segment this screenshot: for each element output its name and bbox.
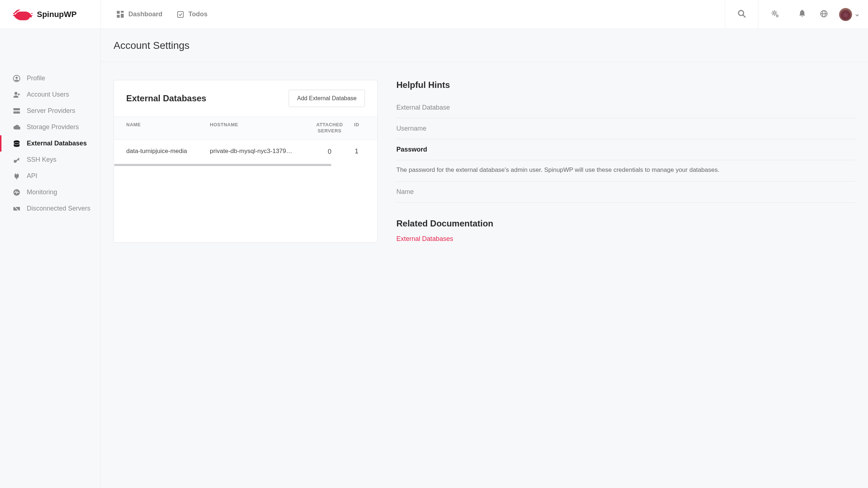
topbar: SpinupWP Dashboard Todos	[0, 0, 868, 29]
dashboard-icon	[117, 11, 124, 18]
hint-username[interactable]: Username	[396, 118, 855, 139]
nav-dashboard[interactable]: Dashboard	[117, 10, 162, 18]
sidebar-item-label: Profile	[27, 75, 45, 82]
sidebar-item-account-users[interactable]: Account Users	[0, 86, 100, 103]
card-header: External Databases Add External Database	[114, 80, 377, 116]
hints-title: Helpful Hints	[396, 80, 855, 90]
svg-point-13	[16, 77, 18, 79]
related-title: Related Documentation	[396, 218, 855, 229]
cell-hostname: private-db-mysql-nyc3-1379…	[210, 148, 311, 156]
gear-icon	[771, 9, 779, 20]
sidebar-item-profile[interactable]: Profile	[0, 70, 100, 86]
table-header: NAME HOSTNAME ATTACHED SERVERS ID	[114, 116, 377, 140]
bell-icon	[799, 10, 806, 19]
page-title: Account Settings	[114, 40, 855, 51]
user-circle-icon	[13, 75, 20, 82]
search-icon	[737, 9, 746, 20]
globe-icon	[820, 10, 828, 19]
sidebar-item-label: Server Providers	[27, 107, 75, 115]
nav-dashboard-label: Dashboard	[128, 10, 162, 18]
user-menu[interactable]	[835, 8, 868, 21]
external-databases-card: External Databases Add External Database…	[114, 80, 378, 243]
svg-point-14	[14, 92, 17, 95]
search-button[interactable]	[725, 0, 758, 29]
sidebar-item-disconnected-servers[interactable]: Disconnected Servers	[0, 200, 100, 217]
database-icon	[13, 140, 20, 147]
sidebar-item-label: External Databases	[27, 140, 87, 147]
sidebar-item-label: Account Users	[27, 91, 69, 98]
logo-icon	[13, 8, 33, 21]
add-external-database-button[interactable]: Add External Database	[289, 90, 365, 107]
svg-point-8	[776, 15, 778, 17]
settings-button[interactable]	[758, 0, 791, 29]
col-header-id: ID	[348, 122, 365, 134]
svg-rect-3	[121, 14, 124, 18]
sidebar-item-external-databases[interactable]: External Databases	[0, 135, 100, 152]
avatar	[839, 8, 852, 21]
globe-button[interactable]	[813, 0, 835, 29]
horizontal-scrollbar[interactable]	[114, 164, 331, 166]
server-off-icon	[13, 205, 20, 212]
key-icon	[13, 156, 20, 164]
svg-rect-1	[121, 11, 124, 13]
sidebar-item-label: Disconnected Servers	[27, 205, 90, 212]
card-title: External Databases	[126, 93, 206, 103]
cell-name: data-turnipjuice-media	[126, 148, 210, 156]
svg-point-5	[739, 10, 744, 16]
cloud-icon	[13, 124, 20, 131]
sidebar-item-server-providers[interactable]: Server Providers	[0, 103, 100, 119]
cell-id: 1	[348, 148, 365, 156]
chevron-down-icon	[855, 12, 859, 17]
topbar-right	[725, 0, 868, 29]
svg-rect-4	[178, 12, 183, 17]
sidebar-item-label: Monitoring	[27, 188, 57, 196]
notifications-button[interactable]	[791, 0, 813, 29]
sidebar-item-label: SSH Keys	[27, 156, 56, 164]
main: Account Settings External Databases Add …	[101, 29, 868, 488]
hint-name[interactable]: Name	[396, 182, 855, 203]
user-plus-icon	[13, 91, 20, 98]
sidebar-item-storage-providers[interactable]: Storage Providers	[0, 119, 100, 135]
sidebar-item-monitoring[interactable]: Monitoring	[0, 184, 100, 200]
nav-todos[interactable]: Todos	[177, 10, 208, 18]
sidebar-item-api[interactable]: API	[0, 168, 100, 184]
hint-external-database[interactable]: External Database	[396, 97, 855, 118]
col-header-name: NAME	[126, 122, 210, 134]
sidebar: ProfileAccount UsersServer ProvidersStor…	[0, 29, 101, 488]
svg-line-6	[743, 15, 745, 17]
logo-text: SpinupWP	[37, 10, 77, 19]
nav-todos-label: Todos	[188, 10, 208, 18]
col-header-attached: ATTACHED SERVERS	[311, 122, 348, 134]
svg-rect-0	[117, 11, 120, 14]
doc-link-external-databases[interactable]: External Databases	[396, 235, 453, 242]
hint-body: The password for the external database's…	[396, 160, 855, 182]
layout: ProfileAccount UsersServer ProvidersStor…	[0, 29, 868, 488]
hint-password[interactable]: Password	[396, 139, 855, 160]
content-row: External Databases Add External Database…	[101, 62, 868, 261]
table-row[interactable]: data-turnipjuice-mediaprivate-db-mysql-n…	[114, 140, 377, 164]
sidebar-item-ssh-keys[interactable]: SSH Keys	[0, 152, 100, 168]
cell-attached: 0	[311, 148, 348, 156]
col-header-hostname: HOSTNAME	[210, 122, 311, 134]
top-navigation: Dashboard Todos	[101, 0, 208, 29]
heartbeat-icon	[13, 189, 20, 196]
page-header: Account Settings	[101, 29, 868, 62]
sidebar-item-label: Storage Providers	[27, 123, 79, 131]
svg-rect-16	[13, 111, 20, 114]
svg-rect-2	[117, 15, 120, 18]
sidebar-item-label: API	[27, 172, 37, 180]
plug-icon	[13, 173, 20, 180]
server-icon	[13, 107, 20, 115]
todos-icon	[177, 11, 184, 18]
svg-rect-15	[13, 108, 20, 110]
logo[interactable]: SpinupWP	[0, 0, 101, 29]
helpful-hints: Helpful Hints External DatabaseUsernameP…	[396, 80, 855, 243]
svg-point-7	[773, 12, 775, 14]
